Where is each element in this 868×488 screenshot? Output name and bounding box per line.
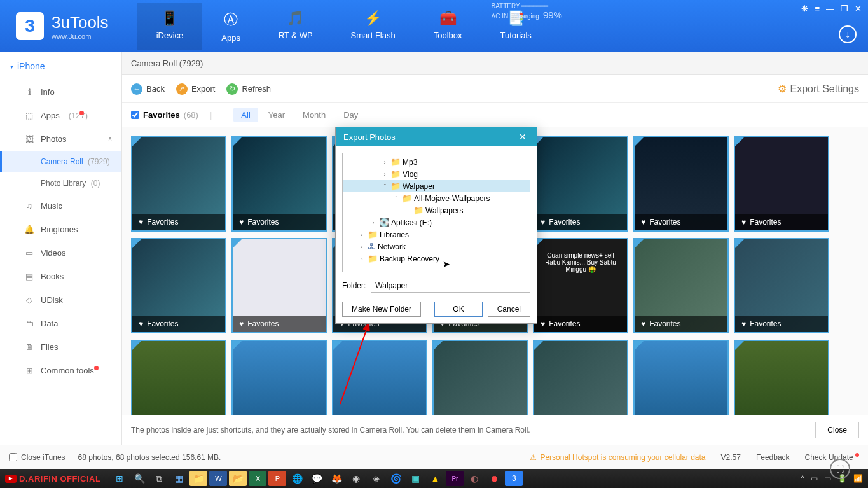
tree-item[interactable]: ›📁 Backup Recovery [343,253,530,265]
edge-icon[interactable]: 🌀 [387,471,404,486]
explorer-icon[interactable]: 📁 [189,471,207,486]
filter-tab-year[interactable]: Year [261,108,293,122]
sidebar-item-music[interactable]: ♫Music [0,194,121,218]
photo-item[interactable]: ♥Favorites [633,238,729,333]
folder-tree[interactable]: ›📁 Mp3›📁 Vlog˅📁 Walpaper˅📁 All-Mojave-Wa… [342,153,530,272]
close-itunes-checkbox[interactable]: Close iTunes [9,453,65,462]
sidebar-item-ringtones[interactable]: 🔔Ringtones [0,218,121,241]
cancel-button[interactable]: Cancel [488,302,530,317]
tree-item[interactable]: ›📁 Libraries [343,228,530,241]
app-icon[interactable]: ▲ [426,471,444,486]
sidebar-item-books[interactable]: ▤Books [0,265,121,288]
nav-apps[interactable]: ⒶApps [202,3,259,50]
tree-item[interactable]: ˅📁 All-Mojave-Wallpapers [343,192,530,204]
refresh-button[interactable]: ↻Refresh [226,83,271,95]
tree-item[interactable]: ›🖧 Network [343,241,530,253]
sidebar-item-apps[interactable]: ⬚Apps(127) [0,104,121,127]
app-icon[interactable]: ◐ [465,471,483,486]
photo-item[interactable] [633,340,729,415]
logo-icon: 3 [16,12,44,40]
feedback-link[interactable]: Feedback [756,453,790,462]
photo-item[interactable]: ♥Favorites [131,136,226,232]
menu-icon[interactable]: ≡ [815,4,820,13]
filter-tab-day[interactable]: Day [336,108,366,122]
nav-rtwp[interactable]: 🎵RT & WP [259,3,332,50]
photo-item[interactable] [231,340,327,415]
whatsapp-icon[interactable]: 💬 [308,471,326,486]
export-button[interactable]: ↗Export [176,83,216,95]
app-icon[interactable]: ◈ [367,471,385,486]
firefox-icon[interactable]: 🦊 [327,471,345,486]
download-button[interactable]: ↓ [839,25,857,43]
record-icon[interactable]: ⏺ [485,471,503,486]
widgets-button[interactable]: ▦ [170,471,188,486]
taskview-button[interactable]: ⧉ [150,471,168,486]
warning-icon: ⚠ [530,453,537,462]
sidebar-sub-cameraroll[interactable]: Camera Roll (7929) [0,151,121,172]
export-settings-button[interactable]: ⚙Export Settings [778,83,860,95]
nav-idevice[interactable]: 📱iDevice [137,3,203,50]
sidebar-item-udisk[interactable]: ◇UDisk [0,288,121,312]
photo-item[interactable]: ♥Favorites [131,238,226,333]
tree-item[interactable]: ›💽 Aplikasi (E:) [343,216,530,228]
search-button[interactable]: 🔍 [130,471,148,486]
tree-item[interactable]: 📁 Wallpapers [343,204,530,216]
photo-item[interactable] [533,340,628,415]
photo-item[interactable]: ♥Favorites [231,136,327,232]
ok-button[interactable]: OK [434,302,482,317]
favorites-checkbox[interactable]: Favorites(68) [131,110,198,120]
photo-item[interactable]: Cuan simple news+ sell Rabu Kamis... Buy… [533,238,628,333]
check-update-link[interactable]: Check Update [805,453,859,462]
photo-item[interactable]: ♥Favorites [734,136,829,232]
tree-item[interactable]: ›📁 Mp3 [343,156,530,168]
close-button[interactable]: Close [815,422,859,438]
chrome-icon[interactable]: 🌐 [288,471,306,486]
tray-icon[interactable]: ▭ [811,474,818,483]
music-sb-icon: ♫ [24,201,34,211]
tray-icon[interactable]: ▭ [824,474,831,483]
word-icon[interactable]: W [209,471,227,486]
powerpoint-icon[interactable]: P [268,471,286,486]
maximize-icon[interactable]: ❐ [841,4,848,13]
app-icon[interactable]: ▣ [406,471,424,486]
close-icon[interactable]: ✕ [855,4,862,13]
nav-flash[interactable]: ⚡Smart Flash [332,3,415,50]
sidebar-item-info[interactable]: ℹInfo [0,80,121,104]
make-new-folder-button[interactable]: Make New Folder [342,302,421,317]
photo-item[interactable] [432,340,528,415]
minimize-icon[interactable]: — [826,4,834,13]
sidebar-item-tools[interactable]: ⊞Common tools [0,359,121,382]
tree-item[interactable]: ˅📁 Walpaper [343,180,530,192]
sidebar-item-data[interactable]: 🗀Data [0,312,121,335]
filter-tab-all[interactable]: All [233,108,258,122]
photo-item[interactable] [332,340,427,415]
filter-tab-month[interactable]: Month [295,108,333,122]
photo-item[interactable]: ♥Favorites [734,238,829,333]
photo-item[interactable]: ♥Favorites [231,238,327,333]
obs-icon[interactable]: ◉ [347,471,365,486]
3utools-icon[interactable]: 3 [505,471,523,486]
ringtone-icon: 🔔 [24,225,34,234]
sidebar-sub-photolibrary[interactable]: Photo Library (0) [0,172,121,194]
sidebar-device[interactable]: iPhone [0,52,121,80]
excel-icon[interactable]: X [249,471,266,486]
folder-input[interactable] [371,279,530,293]
screenshot-icon[interactable]: ⛶ [830,459,850,479]
photo-item[interactable] [734,340,829,415]
folder-icon[interactable]: 📂 [229,471,247,486]
sidebar-item-files[interactable]: 🗎Files [0,335,121,359]
back-button[interactable]: ←Back [131,83,165,95]
photo-item[interactable]: ♥Favorites [533,136,628,232]
sidebar-item-photos[interactable]: 🖼Photos [0,127,121,151]
sidebar-item-videos[interactable]: ▭Videos [0,241,121,265]
premiere-icon[interactable]: Pr [446,471,464,486]
start-button[interactable]: ⊞ [111,471,128,486]
tree-item[interactable]: ›📁 Vlog [343,168,530,180]
chevron-up-icon[interactable]: ^ [801,474,804,483]
photo-item[interactable] [131,340,226,415]
nav-toolbox[interactable]: 🧰Toolbox [415,3,481,50]
bookmark-icon[interactable]: ❋ [801,4,808,13]
photo-item[interactable]: ♥Favorites [633,136,729,232]
dialog-close-icon[interactable]: ✕ [516,132,529,142]
wifi-icon[interactable]: 📶 [853,474,863,483]
